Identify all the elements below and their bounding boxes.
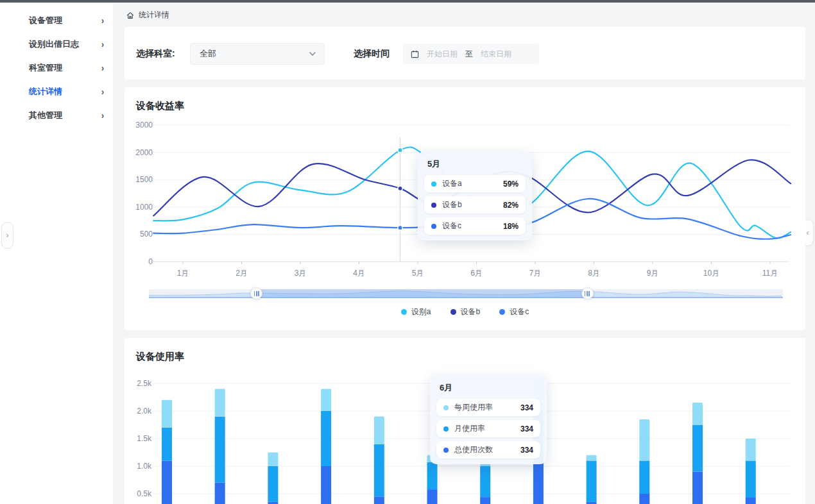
chevron-right-icon: › [101, 86, 104, 97]
weekly-usage-dot [443, 405, 449, 410]
legend-label: 设备b [461, 307, 481, 317]
screen: 设备管理 › 设别出借日志 › 科室管理 › 统计详情 › 其他管理 › › ‹ [0, 0, 815, 504]
end-date-input[interactable]: 结束日期 [481, 49, 511, 60]
tooltip-title: 6月 [440, 382, 540, 394]
x-axis-label: 11月 [756, 268, 784, 279]
x-axis-label: 1月 [169, 268, 197, 279]
sidebar-item-department-management[interactable]: 科室管理 › [0, 56, 113, 80]
tooltip-row: 设备c 18% [424, 217, 526, 235]
tooltip-row: 每周使用率 334 [436, 399, 540, 416]
x-axis-label: 3月 [286, 268, 314, 279]
sidebar-item-label: 设备管理 [29, 15, 62, 26]
tooltip-label: 设备b [442, 199, 462, 210]
tooltip-label: 总使用次数 [454, 444, 493, 455]
total-usage-dot [443, 448, 449, 453]
x-axis-label: 10月 [698, 268, 726, 279]
sidebar-item-label: 设别出借日志 [29, 38, 79, 50]
date-range-to-label: 至 [465, 49, 473, 60]
grip-icon [254, 291, 259, 296]
sidebar-item-label: 科室管理 [29, 62, 62, 74]
usage-chart-tooltip: 6月 每周使用率 334 月使用率 334 总使用次数 334 [430, 375, 547, 464]
time-filter-label: 选择时间 [354, 48, 390, 60]
tooltip-title: 5月 [427, 158, 526, 170]
start-date-input[interactable]: 开始日期 [427, 49, 458, 60]
top-strip [0, 0, 815, 3]
x-axis-label: 6月 [463, 268, 491, 279]
calendar-icon [411, 50, 419, 58]
grip-icon [585, 291, 590, 296]
legend-label: 设备c [510, 307, 529, 317]
chevron-down-icon [309, 51, 316, 56]
sidebar: 设备管理 › 设别出借日志 › 科室管理 › 统计详情 › 其他管理 › [0, 3, 113, 504]
sidebar-collapse-handle-left[interactable]: › [1, 222, 13, 249]
tooltip-label: 每周使用率 [454, 402, 493, 413]
department-select-value: 全部 [200, 48, 216, 60]
tooltip-value: 334 [520, 403, 533, 412]
legend-item-series-b[interactable]: 设备b [450, 307, 481, 317]
department-filter-label: 选择科室: [136, 48, 175, 60]
data-zoom-left-handle[interactable] [250, 287, 262, 299]
legend-label: 设别a [411, 307, 431, 317]
legend-item-series-c[interactable]: 设备c [499, 307, 529, 317]
series-a-dot [431, 181, 436, 187]
usage-chart-panel: 设备使用率 0.5k1.0k1.5k2.0k2.5k 6月 每周使用率 334 … [124, 338, 805, 504]
data-zoom-right-handle[interactable] [581, 287, 594, 299]
breadcrumb: 统计详情 [126, 10, 169, 21]
sidebar-item-label: 统计详情 [29, 86, 62, 97]
sidebar-item-other-management[interactable]: 其他管理 › [0, 103, 113, 127]
sidebar-item-lending-log[interactable]: 设别出借日志 › [0, 32, 113, 56]
tooltip-value: 334 [520, 446, 533, 455]
chevron-right-icon: › [101, 62, 104, 73]
revenue-chart-title: 设备收益率 [136, 100, 184, 112]
date-range-picker[interactable]: 开始日期 至 结束日期 [403, 44, 539, 64]
chevron-right-icon: › [101, 38, 104, 49]
tooltip-label: 月使用率 [454, 423, 485, 434]
sidebar-item-device-management[interactable]: 设备管理 › [0, 8, 113, 32]
x-axis-label: 7月 [521, 268, 549, 279]
tooltip-label: 设备c [442, 221, 461, 231]
revenue-chart-legend: 设别a 设备b 设备c [124, 307, 805, 317]
data-zoom-minimap [149, 289, 783, 298]
series-c-dot [499, 309, 505, 315]
chevron-right-icon: › [101, 15, 104, 26]
x-axis-label: 8月 [580, 268, 608, 279]
tooltip-value: 59% [503, 180, 519, 189]
data-zoom-slider[interactable] [149, 289, 783, 298]
series-b-dot [450, 309, 456, 315]
sidebar-item-statistics[interactable]: 统计详情 › [0, 80, 113, 103]
breadcrumb-label: 统计详情 [139, 10, 169, 21]
tooltip-row: 设备a 59% [424, 175, 526, 192]
series-b-dot [431, 203, 436, 208]
home-icon [126, 11, 135, 20]
tooltip-row: 设备b 82% [424, 196, 526, 214]
series-a-dot [401, 309, 407, 315]
revenue-chart-panel: 设备收益率 05001000150020003000 1月2月3月4月5月6月7… [124, 87, 805, 330]
chevron-right-icon: › [6, 231, 9, 240]
filter-panel: 选择科室: 全部 选择时间 开始日期 至 结束日期 [124, 27, 805, 80]
tooltip-row: 月使用率 334 [436, 420, 540, 437]
x-axis-label: 4月 [345, 268, 373, 279]
revenue-chart-tooltip: 5月 设备a 59% 设备b 82% 设备c 18% [418, 151, 532, 240]
tooltip-row: 总使用次数 334 [436, 441, 540, 458]
x-axis-label: 2月 [228, 268, 256, 279]
chevron-left-icon: ‹ [807, 228, 809, 237]
legend-item-series-a[interactable]: 设别a [401, 307, 431, 317]
chevron-right-icon: › [101, 110, 104, 121]
department-select[interactable]: 全部 [190, 43, 325, 65]
series-c-dot [431, 224, 436, 229]
tooltip-label: 设备a [442, 178, 462, 189]
tooltip-value: 82% [503, 201, 519, 210]
sidebar-item-label: 其他管理 [29, 110, 62, 121]
tooltip-value: 334 [520, 424, 533, 433]
monthly-usage-dot [443, 426, 449, 432]
usage-chart-title: 设备使用率 [136, 351, 184, 363]
x-axis-label: 9月 [639, 268, 667, 279]
x-axis-label: 5月 [404, 268, 432, 279]
tooltip-value: 18% [503, 222, 519, 231]
